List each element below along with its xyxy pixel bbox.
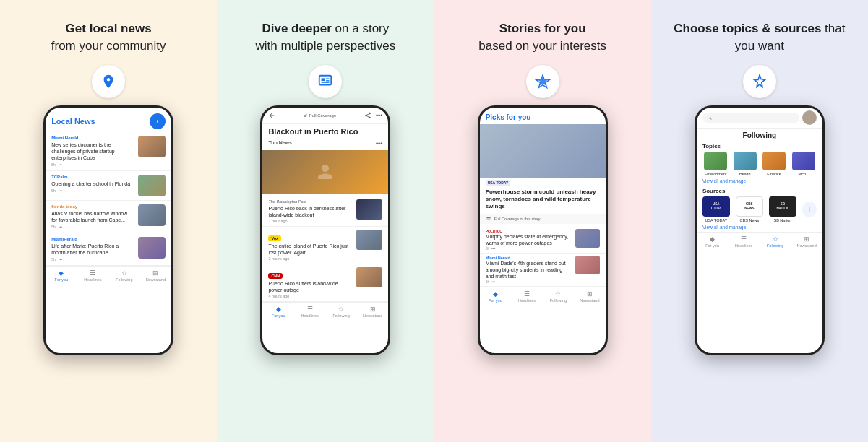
nav-label-newsstand: Newsstand <box>146 277 166 282</box>
picks-for-you-header: Picks for you <box>480 108 606 124</box>
usa-today-name: USA TODAY <box>705 218 727 222</box>
news-item-4[interactable]: MiamiHerald Life after Maria: Puerto Ric… <box>46 233 171 266</box>
nav-headlines-2[interactable]: ☰ Headlines <box>294 306 326 318</box>
news-item-3[interactable]: florida today Atlas V rocket has narrow … <box>46 201 171 233</box>
health-label: Health <box>739 172 751 176</box>
svg-rect-3 <box>326 80 330 81</box>
nav-following-4[interactable]: ☆ Following <box>760 235 791 248</box>
article-row-1[interactable]: The Washington Post Puerto Rico back in … <box>262 196 388 227</box>
news-item-2[interactable]: TCPalm Opening a charter school in Flori… <box>46 171 171 201</box>
nav-following-3[interactable]: ☆ Following <box>543 290 575 303</box>
topic-tech[interactable]: Tech... <box>790 152 817 176</box>
search-bar[interactable] <box>702 113 799 123</box>
article-meta-1: 1 hour ago <box>268 219 352 223</box>
article-row-3[interactable]: CNN Puerto Rico suffers island-wide powe… <box>262 264 388 302</box>
source-sb-nation[interactable]: SBNATION SB Nation <box>769 196 796 222</box>
health-img <box>734 152 757 170</box>
news-item-1[interactable]: Miami Herald New series documents the ch… <box>46 132 171 171</box>
topics-section-title: Topics <box>697 141 822 152</box>
nav-newsstand-1[interactable]: ⊞ Newsstand <box>140 269 172 282</box>
svg-rect-2 <box>326 78 330 79</box>
p2-top-bar: 🗞 Full Coverage ••• <box>262 108 388 124</box>
nav-following-1[interactable]: ☆ Following <box>108 269 140 282</box>
news-title-2: Opening a charter school in Florida <box>51 181 134 187</box>
article-meta-2: 2 hours ago <box>268 256 352 261</box>
sb-nation-logo: SBNATION <box>769 196 796 217</box>
view-all-topics-link[interactable]: View all and manage <box>697 176 822 186</box>
p3-a-img-1 <box>575 229 600 248</box>
panel-local-news: Get local newsfrom your community Local … <box>0 0 217 442</box>
news-meta-3: 5h ••• <box>51 225 134 229</box>
local-news-title: Local News <box>51 117 95 126</box>
news-title-1: New series documents the challenges of p… <box>51 142 134 161</box>
environment-label: Environment <box>705 172 727 176</box>
news-meta-4: 5h ••• <box>51 257 134 261</box>
news-img-2 <box>138 175 166 196</box>
p3-a-img-2 <box>575 256 600 274</box>
bottom-nav-3: ◆ For you ☰ Headlines ☆ Following ⊞ News… <box>480 287 606 304</box>
following-icon: ☆ <box>121 269 127 277</box>
panel3-title: Stories for youbased on your interests <box>478 20 606 55</box>
nav-for-you-3[interactable]: ◆ For you <box>480 290 512 303</box>
nav-headlines-1[interactable]: ☰ Headlines <box>77 269 109 282</box>
sources-row: USATODAY USA TODAY CBSNEWS CBS News SBNA… <box>697 196 822 222</box>
nav-for-you-1[interactable]: ◆ For you <box>46 269 77 282</box>
p3-article-1[interactable]: POLITICO Murphy declares state of emerge… <box>480 227 606 254</box>
svg-rect-0 <box>319 75 332 84</box>
nav-label-following: Following <box>116 277 132 282</box>
article-title-3: Puerto Rico suffers island-wide power ou… <box>268 280 352 293</box>
vox-badge: Vox <box>268 235 281 241</box>
topics-grid: Environment Health Finance Tech... <box>697 152 822 176</box>
article-row-2[interactable]: Vox The entire island of Puerto Rico jus… <box>262 227 388 264</box>
topic-health[interactable]: Health <box>731 152 758 176</box>
news-source-2: TCPalm <box>51 175 134 179</box>
news-img-1 <box>138 136 166 157</box>
nav-label-for-you: For you <box>55 277 69 282</box>
p2-headline: Blackout in Puerto Rico <box>262 124 388 140</box>
panel2-title: Dive deeper on a storywith multiple pers… <box>256 20 396 55</box>
p3-hero-img <box>480 124 606 178</box>
usa-today-logo: USATODAY <box>702 196 730 217</box>
source-usa-today[interactable]: USATODAY USA TODAY <box>702 196 730 222</box>
topic-environment[interactable]: Environment <box>702 152 729 176</box>
svg-rect-1 <box>322 78 325 81</box>
p3-article-2[interactable]: Miami Herald Miami-Dade's 4th-graders st… <box>480 254 606 287</box>
sources-section-title: Sources <box>697 186 822 196</box>
add-source-button[interactable]: + <box>802 202 817 217</box>
nav-newsstand-2[interactable]: ⊞ Newsstand <box>357 306 389 318</box>
panel3-icon <box>526 65 559 98</box>
user-avatar <box>802 110 817 125</box>
p2-section-top-news: Top News ••• <box>262 140 388 150</box>
news-img-3 <box>138 204 166 226</box>
nav-headlines-3[interactable]: ☰ Headlines <box>511 290 543 303</box>
cbs-news-logo: CBSNEWS <box>736 196 763 217</box>
panel-picks-for-you: Stories for youbased on your interests P… <box>434 0 651 442</box>
nav-headlines-4[interactable]: ☰ Headlines <box>728 235 760 248</box>
news-title-3: Atlas V rocket has narrow window for fav… <box>51 210 134 223</box>
headlines-icon: ☰ <box>90 269 95 277</box>
phone4: Following Topics Environment Health Fina… <box>695 105 825 355</box>
nav-for-you-2[interactable]: ◆ For you <box>262 306 294 318</box>
nav-newsstand-3[interactable]: ⊞ Newsstand <box>574 290 606 303</box>
nav-following-2[interactable]: ☆ Following <box>325 306 357 318</box>
finance-label: Finance <box>767 172 781 176</box>
p3-a-meta-2: 5h ••• <box>486 280 571 284</box>
panel1-icon <box>92 65 125 98</box>
article-img-1 <box>356 199 382 220</box>
phone2: 🗞 Full Coverage ••• Blackout in Puerto R… <box>260 105 390 355</box>
nav-for-you-4[interactable]: ◆ For you <box>697 235 729 248</box>
tech-label: Tech... <box>798 172 809 176</box>
local-news-btn[interactable] <box>150 113 166 129</box>
p3-a-title-2: Miami-Dade's 4th-graders stand out among… <box>486 260 571 280</box>
source-cbs-news[interactable]: CBSNEWS CBS News <box>736 196 763 222</box>
p4-search-bar-row <box>697 108 822 129</box>
for-you-icon: ◆ <box>59 269 64 277</box>
panel-full-coverage: Dive deeper on a storywith multiple pers… <box>217 0 434 442</box>
p2-hero-img <box>262 150 388 194</box>
topic-finance[interactable]: Finance <box>761 152 788 176</box>
nav-newsstand-4[interactable]: ⊞ Newsstand <box>791 235 822 248</box>
bottom-nav-1: ◆ For you ☰ Headlines ☆ Following ⊞ News… <box>46 266 171 283</box>
full-coverage-label: 🗞 Full Coverage <box>304 113 336 118</box>
view-all-sources-link[interactable]: View all and manage <box>697 222 822 232</box>
svg-rect-4 <box>322 82 330 83</box>
